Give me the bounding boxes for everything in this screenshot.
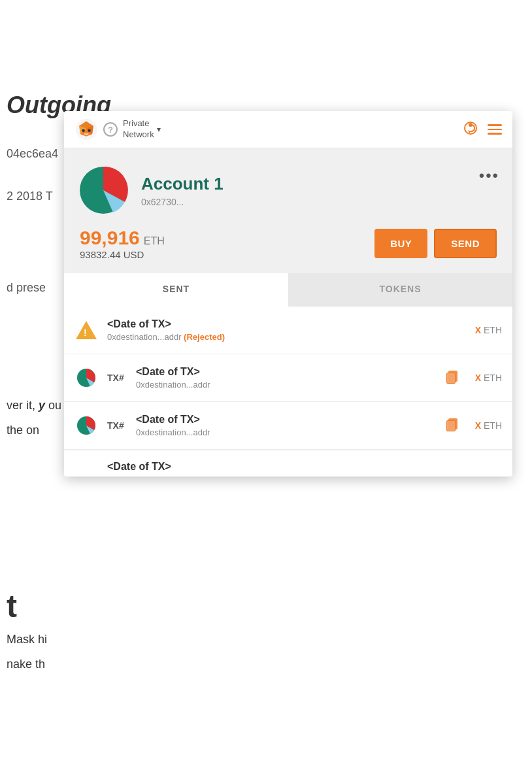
svg-point-11 [88,129,91,133]
tx3-content: <Date of TX> 0xdestination...addr [136,414,429,437]
tx3-copy-icon[interactable] [444,416,461,435]
svg-point-10 [82,129,85,133]
bg-mask-line2: nake th [7,658,45,671]
tx-warning-icon-area [75,321,98,339]
tx2-content: <Date of TX> 0xdestination...addr [136,366,429,390]
account-details: Account 1 0x62730... [141,174,467,207]
bg-date-text: 2 2018 T [7,190,53,203]
popup-header-right [463,120,502,139]
account-more-button[interactable]: ••• [479,164,499,185]
tx1-address: 0xdestination...addr (Rejected) [107,332,466,342]
tab-sent[interactable]: SENT [64,273,288,307]
tx3-avatar [76,415,97,436]
account-name: Account 1 [141,174,467,194]
svg-point-12 [84,133,88,135]
transaction-list: <Date of TX> 0xdestination...addr (Rejec… [64,307,512,477]
bg-ver-text: ver it, y ou [7,399,61,412]
account-section: Account 1 0x62730... ••• 99,916ETH 93832… [64,148,512,273]
bg-mask-line1: Mask hi [7,633,47,646]
buy-button[interactable]: BUY [374,229,427,258]
tx2-amount: X ETH [475,373,502,383]
balance-action-row: 99,916ETH 93832.44 USD BUY SEND [77,227,499,260]
tx3-amount: X ETH [475,420,502,431]
metamask-fox-logo [75,118,98,141]
metamask-popup: ? Private Network ▾ [64,111,512,477]
popup-header-left: ? Private Network ▾ [75,118,161,141]
refresh-icon[interactable] [463,120,478,139]
transaction-item-3[interactable]: TX# <Date of TX> 0xdestination...addr X … [64,402,512,450]
account-avatar [77,164,129,216]
tx4-content-partial: <Date of TX> [107,461,171,473]
tx2-txnum: TX# [107,373,127,383]
tx3-address: 0xdestination...addr [136,427,429,437]
tab-tokens[interactable]: TOKENS [288,273,512,307]
transaction-item-2[interactable]: TX# <Date of TX> 0xdestination...addr X … [64,354,512,402]
send-button[interactable]: SEND [434,229,497,258]
tx3-date: <Date of TX> [136,414,429,426]
popup-header: ? Private Network ▾ [64,111,512,148]
tabs-row: SENT TOKENS [64,273,512,307]
tx2-avatar [76,367,97,388]
tx1-content: <Date of TX> 0xdestination...addr (Rejec… [107,318,466,342]
svg-rect-19 [447,373,455,383]
balance-section: 99,916ETH 93832.44 USD [80,227,165,260]
network-name: Private Network [123,118,154,141]
tx2-date: <Date of TX> [136,366,429,378]
account-address: 0x62730... [141,197,467,207]
bg-address-text: 04ec6ea4 [7,147,58,161]
tx1-date: <Date of TX> [107,318,466,330]
transaction-item-4-partial[interactable]: <Date of TX> [64,450,512,477]
network-chevron-icon: ▾ [157,125,161,134]
tx3-txnum: TX# [107,420,127,431]
transaction-item-rejected[interactable]: <Date of TX> 0xdestination...addr (Rejec… [64,307,512,354]
action-buttons: BUY SEND [374,229,497,258]
hamburger-menu-icon[interactable] [488,124,502,135]
network-selector[interactable]: Private Network ▾ [123,118,161,141]
svg-rect-23 [447,421,455,431]
tx4-date-partial: <Date of TX> [107,461,171,473]
tx2-copy-icon[interactable] [444,368,461,388]
balance-usd-value: 93832.44 USD [80,249,165,260]
account-info-row: Account 1 0x62730... ••• [77,164,499,216]
tx1-amount: X ETH [475,325,502,335]
bg-press-text: d prese [7,281,46,295]
tx2-icon-area [75,367,98,388]
bg-t-letter: t [7,588,17,624]
bg-the-text: the on [7,424,39,437]
tx3-icon-area [75,415,98,436]
help-icon[interactable]: ? [103,122,118,137]
balance-eth-value: 99,916ETH [80,227,165,249]
warning-triangle-icon [76,321,97,339]
tx2-address: 0xdestination...addr [136,380,429,390]
